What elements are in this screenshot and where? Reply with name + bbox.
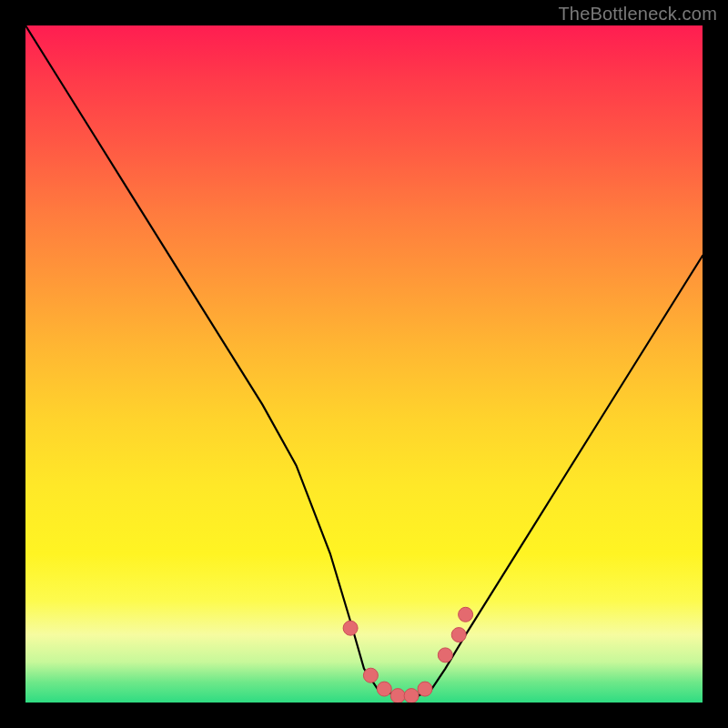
chart-frame: TheBottleneck.com	[0, 0, 728, 728]
curve-path-group	[25, 25, 703, 696]
highlight-dot	[377, 682, 391, 696]
highlight-dot	[418, 682, 432, 696]
highlight-dot	[390, 689, 405, 703]
bottleneck-curve	[25, 25, 703, 696]
highlight-dot	[404, 689, 419, 703]
highlight-dot	[363, 668, 378, 682]
plot-area	[25, 25, 703, 703]
highlight-dot	[451, 628, 466, 642]
highlight-dot	[459, 607, 473, 622]
bottleneck-curve-svg	[25, 25, 703, 703]
highlight-dot	[438, 648, 452, 662]
highlight-dot	[343, 621, 358, 635]
watermark-text: TheBottleneck.com	[558, 4, 717, 25]
